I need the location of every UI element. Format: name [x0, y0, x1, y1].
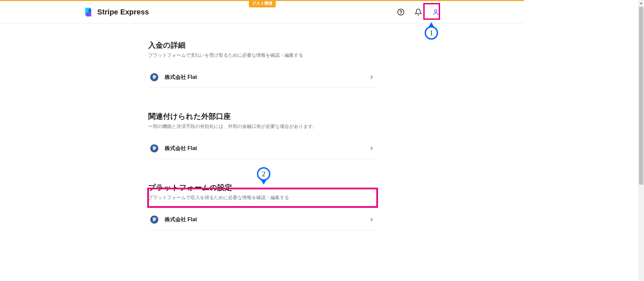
header-right: [396, 7, 440, 17]
platform-title: プラットフォームの設定: [148, 183, 376, 193]
chevron-right-icon: [369, 74, 375, 80]
list-item-left: 株式会社 Flat: [150, 144, 197, 153]
svg-point-2: [434, 10, 437, 12]
platform-item-label: 株式会社 Flat: [165, 216, 197, 223]
svg-point-1: [401, 13, 401, 14]
profile-button[interactable]: [431, 7, 440, 17]
annotation-number-1: 1: [425, 26, 438, 40]
deposits-title: 入金の詳細: [148, 40, 376, 50]
header-left: Stripe Express: [84, 7, 149, 17]
help-icon: [397, 8, 405, 16]
help-button[interactable]: [396, 7, 406, 17]
deposits-item[interactable]: 株式会社 Flat: [148, 67, 376, 88]
deposits-section: 入金の詳細 プラットフォームで支払いを受け取るために必要な情報を確認・編集する …: [148, 40, 376, 88]
deposits-description: プラットフォームで支払いを受け取るために必要な情報を確認・編集する: [148, 52, 376, 58]
bell-icon: [415, 8, 422, 16]
chevron-right-icon: [369, 145, 375, 151]
list-item-left: 株式会社 Flat: [150, 73, 197, 82]
platform-description: プラットフォームで収入を得るために必要な情報を確認・編集する: [148, 195, 376, 201]
company-icon: [150, 73, 159, 82]
deposits-item-label: 株式会社 Flat: [165, 74, 197, 81]
notifications-button[interactable]: [414, 7, 423, 17]
app-title: Stripe Express: [97, 8, 149, 16]
company-icon: [150, 215, 159, 224]
platform-settings-section: プラットフォームの設定 プラットフォームで収入を得るために必要な情報を確認・編集…: [148, 183, 376, 230]
external-title: 関連付けられた外部口座: [148, 111, 376, 122]
test-environment-badge: テスト環境: [249, 0, 276, 7]
chevron-right-icon: [369, 217, 375, 223]
external-item-label: 株式会社 Flat: [165, 145, 197, 152]
company-icon: [150, 144, 159, 153]
page-viewport: テスト環境 Stripe Express: [0, 0, 524, 281]
platform-item[interactable]: 株式会社 Flat: [148, 209, 376, 230]
list-item-left: 株式会社 Flat: [150, 215, 197, 224]
main-content: 入金の詳細 プラットフォームで支払いを受け取るために必要な情報を確認・編集する …: [148, 24, 376, 281]
external-item[interactable]: 株式会社 Flat: [148, 138, 376, 159]
external-description: 一部の機能と決済手段の有効化には、外部の金融口座が必要な場合があります。: [148, 124, 376, 130]
stripe-express-logo-icon: [84, 7, 93, 17]
external-accounts-section: 関連付けられた外部口座 一部の機能と決済手段の有効化には、外部の金融口座が必要な…: [148, 111, 376, 159]
user-icon: [432, 8, 439, 16]
